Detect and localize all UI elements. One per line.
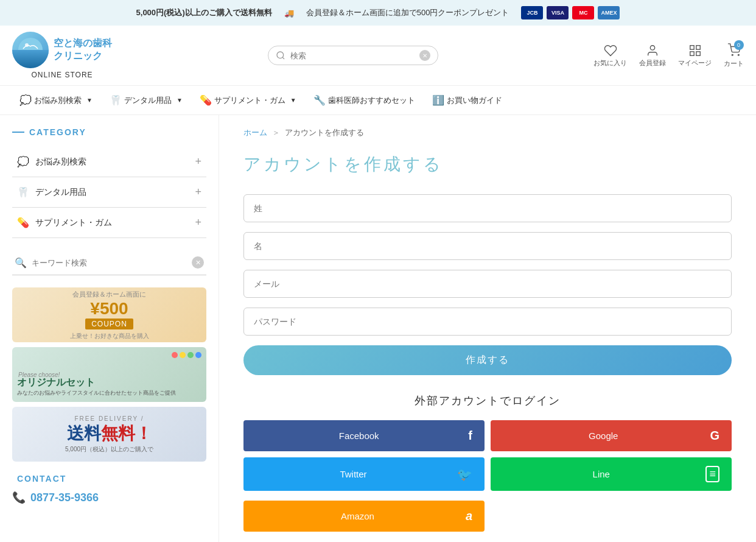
nav-item-guide[interactable]: ℹ️ お買い物ガイド <box>425 91 509 110</box>
sidebar-search-clear[interactable]: ✕ <box>192 256 204 269</box>
banner-icon: 🚚 <box>284 9 294 18</box>
logo: 空と海の歯科クリニック <box>12 32 112 68</box>
mypage-icon-item[interactable]: マイページ <box>678 44 712 68</box>
svg-point-0 <box>18 38 43 62</box>
nav-guide-label: お買い物ガイド <box>447 95 502 106</box>
amazon-login-button[interactable]: Amazon a <box>243 501 485 532</box>
troubles-menu-icon: 💭 <box>17 156 29 167</box>
svg-point-9 <box>732 54 733 55</box>
breadcrumb-home[interactable]: ホーム <box>243 127 267 138</box>
social-buttons-grid: Facebook f Google G Twitter 🐦 Line ≡ <box>243 420 732 491</box>
amazon-icon: a <box>466 509 472 523</box>
top-banner: 5,000円(税込)以上のご購入で送料無料 🚚 会員登録＆ホーム画面に追加で50… <box>0 0 756 26</box>
facebook-label: Facebook <box>256 431 462 441</box>
sidebar-item-supplement[interactable]: 💊 サプリメント・ガム + <box>12 208 206 238</box>
svg-point-2 <box>277 52 284 58</box>
dental-menu-label: デンタル用品 <box>35 187 86 198</box>
chevron-down-icon-3: ▼ <box>290 97 296 104</box>
troubles-menu-label: お悩み別検索 <box>35 157 86 167</box>
logo-area: 空と海の歯科クリニック ONLINE STORE <box>12 32 112 79</box>
jcb-icon: JCB <box>521 6 543 19</box>
google-icon: G <box>710 429 719 443</box>
amex-icon: AMEX <box>598 6 620 19</box>
line-label: Line <box>503 469 699 479</box>
search-input[interactable] <box>290 51 415 60</box>
set-banner-label: オリジナルセット <box>17 376 201 389</box>
svg-rect-6 <box>696 45 699 49</box>
facebook-icon: f <box>468 429 472 443</box>
sidebar-search-input[interactable] <box>32 258 187 267</box>
svg-point-4 <box>650 45 654 49</box>
password-input[interactable] <box>243 308 732 336</box>
nav-supplement-label: サプリメント・ガム <box>214 95 285 106</box>
mastercard-icon: MC <box>572 6 594 19</box>
amazon-label: Amazon <box>256 511 460 521</box>
last-name-field <box>243 194 732 222</box>
first-name-field <box>243 232 732 260</box>
nav-troubles-label: お悩み別検索 <box>34 95 82 106</box>
dental-expand-icon: + <box>195 186 201 199</box>
heart-icon <box>604 44 617 57</box>
social-login-title: 外部アカウントでログイン <box>243 393 732 408</box>
set-banner[interactable]: Please choose! オリジナルセット みなたのお悩みやライフスタイルに… <box>12 347 206 402</box>
logo-svg <box>18 38 43 62</box>
cart-icon-item[interactable]: 0 カート <box>724 43 744 68</box>
svg-point-1 <box>25 43 29 47</box>
password-field <box>243 308 732 336</box>
nav-item-dentist-set[interactable]: 🔧 歯科医師おすすめセット <box>306 91 422 110</box>
main-nav: 💭 お悩み別検索 ▼ 🦷 デンタル用品 ▼ 💊 サプリメント・ガム ▼ 🔧 歯科… <box>0 86 756 115</box>
search-box[interactable]: ✕ <box>268 46 438 65</box>
header-icons: お気に入り 会員登録 マイページ 0 カート <box>593 43 744 68</box>
google-login-button[interactable]: Google G <box>491 420 732 451</box>
line-login-button[interactable]: Line ≡ <box>491 457 732 491</box>
twitter-label: Twitter <box>256 469 451 479</box>
logo-clinic: クリニック <box>54 51 102 61</box>
member-icon-item[interactable]: 会員登録 <box>639 44 666 68</box>
svg-rect-8 <box>696 51 699 55</box>
first-name-input[interactable] <box>243 232 732 260</box>
troubles-expand-icon: + <box>195 155 201 168</box>
phone-icon: 📞 <box>12 491 26 504</box>
contact-title: CONTACT <box>17 474 66 484</box>
category-dash <box>12 132 24 133</box>
sidebar-item-dental-left: 🦷 デンタル用品 <box>17 186 86 198</box>
last-name-input[interactable] <box>243 194 732 222</box>
header: 空と海の歯科クリニック ONLINE STORE ✕ お気に入り 会員登録 <box>0 26 756 86</box>
nav-item-dental[interactable]: 🦷 デンタル用品 ▼ <box>102 91 190 110</box>
svg-rect-7 <box>690 51 693 55</box>
online-store-label: ONLINE STORE <box>31 71 93 79</box>
sidebar-search[interactable]: 🔍 ✕ <box>12 250 206 275</box>
mypage-icon <box>688 44 702 57</box>
guide-icon: ℹ️ <box>432 94 444 106</box>
member-label: 会員登録 <box>639 58 666 68</box>
create-account-button[interactable]: 作成する <box>243 345 732 375</box>
favorite-icon-item[interactable]: お気に入り <box>593 44 627 68</box>
visa-icon: VISA <box>547 6 569 19</box>
search-clear-button[interactable]: ✕ <box>419 50 430 61</box>
supplement-menu-icon: 💊 <box>17 217 29 228</box>
logo-text: 空と海の歯科クリニック <box>54 37 112 63</box>
twitter-login-button[interactable]: Twitter 🐦 <box>243 457 485 491</box>
svg-point-10 <box>738 54 739 55</box>
supplement-expand-icon: + <box>195 216 201 229</box>
page-title: アカウントを作成する <box>243 153 732 176</box>
supplement-icon: 💊 <box>200 94 212 106</box>
email-field <box>243 270 732 298</box>
delivery-banner[interactable]: FREE DELIVERY / 送料無料！ 5,000円（税込）以上のご購入で <box>12 407 206 462</box>
sidebar-item-troubles[interactable]: 💭 お悩み別検索 + <box>12 147 206 177</box>
contact-section-title: CONTACT <box>12 474 206 484</box>
member-icon <box>646 44 659 57</box>
nav-item-supplement[interactable]: 💊 サプリメント・ガム ▼ <box>192 91 304 110</box>
facebook-login-button[interactable]: Facebook f <box>243 420 485 451</box>
sidebar-phone[interactable]: 📞 0877-35-9366 <box>12 491 206 504</box>
sidebar: CATEGORY 💭 お悩み別検索 + 🦷 デンタル用品 + 💊 サプリメント・… <box>0 115 219 542</box>
card-icons: JCB VISA MC AMEX <box>521 6 620 19</box>
coupon-banner[interactable]: 会員登録＆ホーム画面に ¥500 COUPON 上乗せ！お好きな商品を購入 <box>12 287 206 342</box>
email-input[interactable] <box>243 270 732 298</box>
logo-circle <box>12 32 49 68</box>
supplement-menu-label: サプリメント・ガム <box>35 217 112 228</box>
sidebar-item-dental[interactable]: 🦷 デンタル用品 + <box>12 177 206 208</box>
sidebar-item-troubles-left: 💭 お悩み別検索 <box>17 156 86 167</box>
nav-item-troubles[interactable]: 💭 お悩み別検索 ▼ <box>12 91 100 110</box>
dentist-set-icon: 🔧 <box>313 94 326 106</box>
